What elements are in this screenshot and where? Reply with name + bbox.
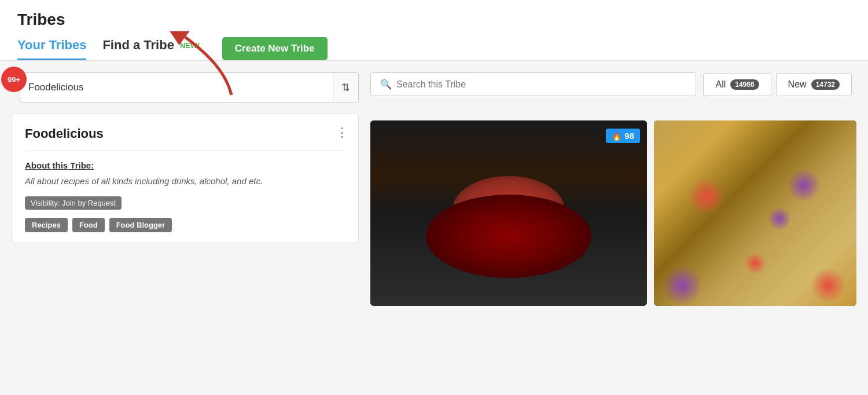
tribe-tag-recipes[interactable]: Recipes [25, 218, 68, 232]
filter-new-count: 14732 [811, 79, 840, 90]
tab-your-tribes[interactable]: Your Tribes [17, 38, 86, 60]
tribe-tags: Recipes Food Food Blogger [25, 218, 345, 232]
filter-new-button[interactable]: New 14732 [776, 73, 852, 96]
post-image-pizza [654, 120, 856, 306]
tribe-card-menu-icon[interactable]: ⋮ [336, 125, 349, 140]
tribe-about-label: About this Tribe: [25, 160, 345, 170]
right-panel: 🔍 All 14966 New 14732 👩 [370, 61, 868, 350]
page-header: Tribes Your Tribes Find a Tribe NEW! Cre… [0, 0, 868, 61]
tribe-tag-food-blogger[interactable]: Food Blogger [109, 218, 172, 232]
tribe-selector-row: 99+ ⇅ [12, 72, 359, 103]
search-icon: 🔍 [380, 79, 392, 90]
posts-grid: 👩 🔥 98 👩‍🦱 [370, 107, 868, 306]
tribe-dropdown-arrow-icon[interactable]: ⇅ [333, 73, 358, 102]
page-title: Tribes [17, 10, 851, 37]
tribe-notification-badge: 99+ [1, 67, 27, 92]
tribe-visibility-badge: Visibility: Join by Request [25, 196, 122, 210]
left-panel: 99+ ⇅ ⋮ Foodelicious About this Tribe: A… [0, 61, 370, 350]
tabs-row: Your Tribes Find a Tribe NEW! Create New… [17, 37, 851, 60]
tribe-dropdown[interactable]: ⇅ [20, 72, 359, 103]
post-image-cherries [370, 120, 647, 306]
search-tribe-input[interactable] [396, 79, 686, 90]
post-card-1[interactable]: 👩 🔥 98 [370, 120, 647, 306]
posts-container: 👩 🔥 98 👩‍🦱 [370, 107, 868, 306]
filter-all-count: 14966 [730, 79, 759, 90]
filter-row: 🔍 All 14966 New 14732 [370, 72, 868, 96]
score-value-1: 98 [624, 131, 634, 141]
tribe-card-divider [25, 151, 345, 151]
tab-find-a-tribe[interactable]: Find a Tribe NEW! [102, 38, 200, 60]
create-new-tribe-button[interactable]: Create New Tribe [222, 37, 328, 60]
tribe-card-title: Foodelicious [25, 126, 345, 141]
post-score-1: 🔥 98 [606, 129, 640, 143]
main-content: 99+ ⇅ ⋮ Foodelicious About this Tribe: A… [0, 61, 868, 350]
tribe-card: ⋮ Foodelicious About this Tribe: All abo… [12, 113, 359, 243]
filter-all-button[interactable]: All 14966 [703, 73, 771, 96]
tabs-container: Your Tribes Find a Tribe NEW! Create New… [17, 37, 851, 60]
filter-new-label: New [788, 79, 807, 90]
filter-all-label: All [715, 79, 726, 90]
search-tribe-wrapper[interactable]: 🔍 [370, 72, 696, 96]
tribe-dropdown-input[interactable] [20, 74, 333, 101]
tribe-about-text: All about recipes of all kinds including… [25, 175, 345, 188]
new-badge: NEW! [180, 41, 200, 50]
flame-icon-1: 🔥 [612, 131, 621, 141]
tribe-tag-food[interactable]: Food [72, 218, 105, 232]
post-card-2[interactable]: 👩‍🦱 [654, 120, 856, 306]
